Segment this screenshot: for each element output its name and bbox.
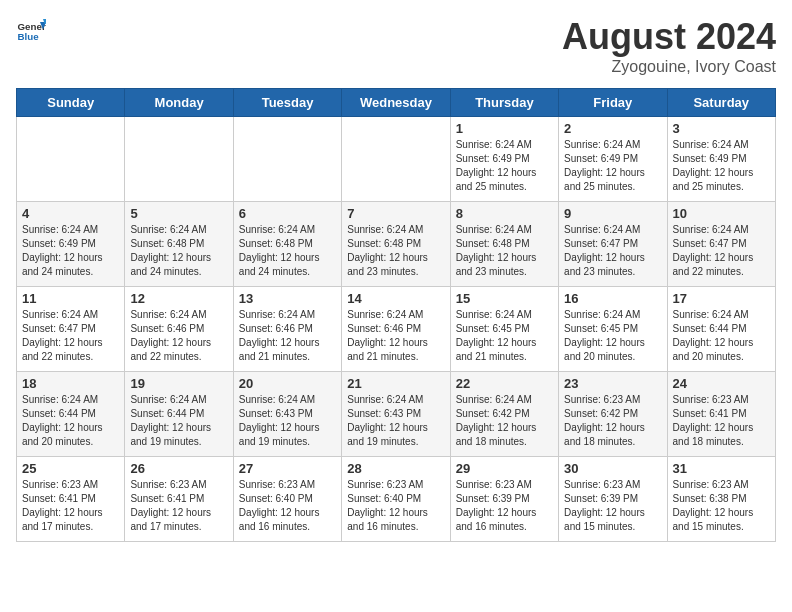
calendar-cell: 17Sunrise: 6:24 AM Sunset: 6:44 PM Dayli… bbox=[667, 287, 775, 372]
day-detail: Sunrise: 6:24 AM Sunset: 6:47 PM Dayligh… bbox=[673, 223, 770, 279]
day-detail: Sunrise: 6:24 AM Sunset: 6:42 PM Dayligh… bbox=[456, 393, 553, 449]
calendar-cell bbox=[342, 117, 450, 202]
day-detail: Sunrise: 6:24 AM Sunset: 6:43 PM Dayligh… bbox=[239, 393, 336, 449]
day-detail: Sunrise: 6:24 AM Sunset: 6:48 PM Dayligh… bbox=[456, 223, 553, 279]
day-number: 18 bbox=[22, 376, 119, 391]
day-detail: Sunrise: 6:23 AM Sunset: 6:41 PM Dayligh… bbox=[22, 478, 119, 534]
svg-text:Blue: Blue bbox=[18, 31, 40, 42]
day-detail: Sunrise: 6:24 AM Sunset: 6:46 PM Dayligh… bbox=[130, 308, 227, 364]
day-number: 15 bbox=[456, 291, 553, 306]
day-number: 13 bbox=[239, 291, 336, 306]
day-detail: Sunrise: 6:24 AM Sunset: 6:46 PM Dayligh… bbox=[239, 308, 336, 364]
location-subtitle: Zyogouine, Ivory Coast bbox=[562, 58, 776, 76]
calendar-cell: 4Sunrise: 6:24 AM Sunset: 6:49 PM Daylig… bbox=[17, 202, 125, 287]
day-number: 7 bbox=[347, 206, 444, 221]
day-detail: Sunrise: 6:24 AM Sunset: 6:46 PM Dayligh… bbox=[347, 308, 444, 364]
weekday-header-tuesday: Tuesday bbox=[233, 89, 341, 117]
calendar-cell: 3Sunrise: 6:24 AM Sunset: 6:49 PM Daylig… bbox=[667, 117, 775, 202]
day-number: 1 bbox=[456, 121, 553, 136]
weekday-header-friday: Friday bbox=[559, 89, 667, 117]
calendar-cell: 22Sunrise: 6:24 AM Sunset: 6:42 PM Dayli… bbox=[450, 372, 558, 457]
weekday-header-saturday: Saturday bbox=[667, 89, 775, 117]
week-row-1: 1Sunrise: 6:24 AM Sunset: 6:49 PM Daylig… bbox=[17, 117, 776, 202]
day-number: 24 bbox=[673, 376, 770, 391]
day-detail: Sunrise: 6:24 AM Sunset: 6:47 PM Dayligh… bbox=[564, 223, 661, 279]
header: General Blue August 2024 Zyogouine, Ivor… bbox=[16, 16, 776, 76]
calendar-cell: 20Sunrise: 6:24 AM Sunset: 6:43 PM Dayli… bbox=[233, 372, 341, 457]
calendar-cell: 7Sunrise: 6:24 AM Sunset: 6:48 PM Daylig… bbox=[342, 202, 450, 287]
day-number: 6 bbox=[239, 206, 336, 221]
weekday-header-sunday: Sunday bbox=[17, 89, 125, 117]
calendar-cell: 1Sunrise: 6:24 AM Sunset: 6:49 PM Daylig… bbox=[450, 117, 558, 202]
day-detail: Sunrise: 6:23 AM Sunset: 6:38 PM Dayligh… bbox=[673, 478, 770, 534]
title-section: August 2024 Zyogouine, Ivory Coast bbox=[562, 16, 776, 76]
calendar-cell: 15Sunrise: 6:24 AM Sunset: 6:45 PM Dayli… bbox=[450, 287, 558, 372]
calendar-cell: 5Sunrise: 6:24 AM Sunset: 6:48 PM Daylig… bbox=[125, 202, 233, 287]
calendar-cell: 27Sunrise: 6:23 AM Sunset: 6:40 PM Dayli… bbox=[233, 457, 341, 542]
calendar-cell: 31Sunrise: 6:23 AM Sunset: 6:38 PM Dayli… bbox=[667, 457, 775, 542]
calendar-cell: 16Sunrise: 6:24 AM Sunset: 6:45 PM Dayli… bbox=[559, 287, 667, 372]
calendar-cell: 6Sunrise: 6:24 AM Sunset: 6:48 PM Daylig… bbox=[233, 202, 341, 287]
day-number: 23 bbox=[564, 376, 661, 391]
day-number: 8 bbox=[456, 206, 553, 221]
weekday-header-wednesday: Wednesday bbox=[342, 89, 450, 117]
day-detail: Sunrise: 6:24 AM Sunset: 6:45 PM Dayligh… bbox=[456, 308, 553, 364]
calendar-cell: 8Sunrise: 6:24 AM Sunset: 6:48 PM Daylig… bbox=[450, 202, 558, 287]
day-detail: Sunrise: 6:23 AM Sunset: 6:39 PM Dayligh… bbox=[456, 478, 553, 534]
calendar-cell: 9Sunrise: 6:24 AM Sunset: 6:47 PM Daylig… bbox=[559, 202, 667, 287]
weekday-header-row: SundayMondayTuesdayWednesdayThursdayFrid… bbox=[17, 89, 776, 117]
day-detail: Sunrise: 6:24 AM Sunset: 6:48 PM Dayligh… bbox=[130, 223, 227, 279]
calendar-cell: 13Sunrise: 6:24 AM Sunset: 6:46 PM Dayli… bbox=[233, 287, 341, 372]
day-number: 26 bbox=[130, 461, 227, 476]
day-number: 25 bbox=[22, 461, 119, 476]
calendar-cell: 18Sunrise: 6:24 AM Sunset: 6:44 PM Dayli… bbox=[17, 372, 125, 457]
calendar-table: SundayMondayTuesdayWednesdayThursdayFrid… bbox=[16, 88, 776, 542]
week-row-4: 18Sunrise: 6:24 AM Sunset: 6:44 PM Dayli… bbox=[17, 372, 776, 457]
calendar-cell: 30Sunrise: 6:23 AM Sunset: 6:39 PM Dayli… bbox=[559, 457, 667, 542]
day-number: 4 bbox=[22, 206, 119, 221]
day-number: 27 bbox=[239, 461, 336, 476]
logo: General Blue bbox=[16, 16, 46, 46]
calendar-cell: 14Sunrise: 6:24 AM Sunset: 6:46 PM Dayli… bbox=[342, 287, 450, 372]
calendar-cell: 2Sunrise: 6:24 AM Sunset: 6:49 PM Daylig… bbox=[559, 117, 667, 202]
day-detail: Sunrise: 6:23 AM Sunset: 6:41 PM Dayligh… bbox=[673, 393, 770, 449]
day-number: 2 bbox=[564, 121, 661, 136]
day-number: 5 bbox=[130, 206, 227, 221]
day-number: 11 bbox=[22, 291, 119, 306]
day-detail: Sunrise: 6:24 AM Sunset: 6:43 PM Dayligh… bbox=[347, 393, 444, 449]
calendar-cell: 26Sunrise: 6:23 AM Sunset: 6:41 PM Dayli… bbox=[125, 457, 233, 542]
calendar-cell: 29Sunrise: 6:23 AM Sunset: 6:39 PM Dayli… bbox=[450, 457, 558, 542]
day-number: 20 bbox=[239, 376, 336, 391]
day-detail: Sunrise: 6:24 AM Sunset: 6:47 PM Dayligh… bbox=[22, 308, 119, 364]
calendar-cell: 11Sunrise: 6:24 AM Sunset: 6:47 PM Dayli… bbox=[17, 287, 125, 372]
weekday-header-monday: Monday bbox=[125, 89, 233, 117]
calendar-cell bbox=[233, 117, 341, 202]
day-detail: Sunrise: 6:24 AM Sunset: 6:44 PM Dayligh… bbox=[130, 393, 227, 449]
day-number: 17 bbox=[673, 291, 770, 306]
calendar-cell: 10Sunrise: 6:24 AM Sunset: 6:47 PM Dayli… bbox=[667, 202, 775, 287]
calendar-cell: 19Sunrise: 6:24 AM Sunset: 6:44 PM Dayli… bbox=[125, 372, 233, 457]
day-detail: Sunrise: 6:24 AM Sunset: 6:44 PM Dayligh… bbox=[22, 393, 119, 449]
day-detail: Sunrise: 6:23 AM Sunset: 6:40 PM Dayligh… bbox=[347, 478, 444, 534]
week-row-3: 11Sunrise: 6:24 AM Sunset: 6:47 PM Dayli… bbox=[17, 287, 776, 372]
day-number: 30 bbox=[564, 461, 661, 476]
day-detail: Sunrise: 6:24 AM Sunset: 6:48 PM Dayligh… bbox=[239, 223, 336, 279]
day-detail: Sunrise: 6:23 AM Sunset: 6:39 PM Dayligh… bbox=[564, 478, 661, 534]
day-number: 31 bbox=[673, 461, 770, 476]
day-number: 3 bbox=[673, 121, 770, 136]
day-detail: Sunrise: 6:24 AM Sunset: 6:44 PM Dayligh… bbox=[673, 308, 770, 364]
day-number: 14 bbox=[347, 291, 444, 306]
calendar-cell: 12Sunrise: 6:24 AM Sunset: 6:46 PM Dayli… bbox=[125, 287, 233, 372]
day-number: 19 bbox=[130, 376, 227, 391]
logo-icon: General Blue bbox=[16, 16, 46, 46]
week-row-5: 25Sunrise: 6:23 AM Sunset: 6:41 PM Dayli… bbox=[17, 457, 776, 542]
day-detail: Sunrise: 6:23 AM Sunset: 6:42 PM Dayligh… bbox=[564, 393, 661, 449]
day-detail: Sunrise: 6:24 AM Sunset: 6:49 PM Dayligh… bbox=[673, 138, 770, 194]
month-year-title: August 2024 bbox=[562, 16, 776, 58]
day-number: 9 bbox=[564, 206, 661, 221]
day-detail: Sunrise: 6:24 AM Sunset: 6:49 PM Dayligh… bbox=[456, 138, 553, 194]
day-number: 10 bbox=[673, 206, 770, 221]
calendar-cell: 21Sunrise: 6:24 AM Sunset: 6:43 PM Dayli… bbox=[342, 372, 450, 457]
day-number: 16 bbox=[564, 291, 661, 306]
day-number: 29 bbox=[456, 461, 553, 476]
